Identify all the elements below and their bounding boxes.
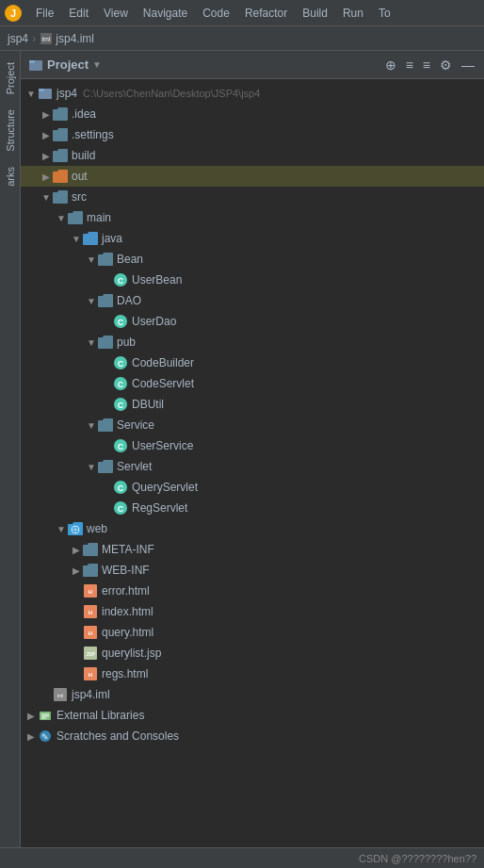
tree-node-querylist.jsp[interactable]: JSPquerylist.jsp	[21, 643, 484, 663]
class-icon: C	[113, 355, 128, 370]
breadcrumb-iml[interactable]: iml jsp4.iml	[40, 32, 94, 45]
tree-label-pub: pub	[117, 336, 136, 349]
tree-node-DAO[interactable]: DAO	[21, 290, 484, 311]
tree-node-jsp4[interactable]: jsp4C:\Users\ChenNan\Desktop\JSP4\jsp4	[21, 83, 484, 104]
panel-settings-button[interactable]: ⚙	[438, 56, 454, 74]
panel-dropdown-arrow[interactable]: ▼	[92, 59, 102, 70]
tree-label-CodeBuilder: CodeBuilder	[132, 356, 194, 369]
html-icon: H	[83, 666, 98, 681]
menu-to[interactable]: To	[371, 5, 398, 22]
tree-arrow-Service[interactable]	[85, 420, 98, 431]
tree-node-DBUtil[interactable]: CDBUtil	[21, 394, 484, 415]
sidetab-arks[interactable]: arks	[2, 159, 19, 194]
tree-arrow-pub[interactable]	[85, 337, 98, 348]
tree-node-out[interactable]: out	[21, 166, 484, 187]
menu-edit[interactable]: Edit	[61, 5, 96, 22]
tree-node-ExternalLibraries[interactable]: External Libraries	[21, 705, 484, 726]
tree-node-jsp4.iml[interactable]: imljsp4.iml	[21, 684, 484, 705]
tree-arrow-settings[interactable]	[40, 130, 53, 140]
tree-arrow-DAO[interactable]	[85, 296, 98, 306]
tree-node-pub[interactable]: pub	[21, 332, 484, 352]
folder-icon	[98, 293, 113, 308]
class-icon: C	[113, 500, 128, 516]
tree-arrow-Servlet[interactable]	[85, 462, 98, 472]
menu-run[interactable]: Run	[335, 5, 371, 22]
project-panel: Project ▼ ⊕ ≡ ≡ ⚙ — jsp4C:\Users\ChenNan…	[21, 51, 484, 847]
svg-text:C: C	[118, 504, 124, 514]
tree-node-main[interactable]: main	[21, 207, 484, 228]
svg-rect-7	[39, 89, 44, 91]
panel-expand-button[interactable]: ≡	[421, 56, 432, 74]
tree-arrow-out[interactable]	[40, 172, 53, 182]
tree-node-regs.html[interactable]: Hregs.html	[21, 663, 484, 684]
menu-file[interactable]: File	[28, 5, 61, 22]
tree-arrow-jsp4[interactable]	[24, 89, 38, 99]
tree-node-query.html[interactable]: Hquery.html	[21, 622, 484, 643]
tree-node-UserService[interactable]: CUserService	[21, 435, 484, 456]
folder-java-icon	[83, 231, 98, 246]
tree-arrow-WEB-INF[interactable]	[70, 565, 83, 576]
tree-label-UserBean: UserBean	[132, 273, 182, 287]
breadcrumb-jsp4[interactable]: jsp4	[8, 32, 28, 45]
panel-close-button[interactable]: —	[460, 56, 476, 74]
tree-label-regs.html: regs.html	[102, 667, 148, 680]
tree-node-settings[interactable]: .settings	[21, 124, 484, 145]
svg-text:H: H	[89, 589, 92, 595]
panel-add-button[interactable]: ⊕	[383, 56, 398, 74]
tree-node-build[interactable]: build	[21, 145, 484, 166]
tree-arrow-src[interactable]	[40, 192, 53, 203]
tree-node-UserDao[interactable]: CUserDao	[21, 311, 484, 332]
folder-web-icon	[68, 521, 83, 536]
sidetab-project[interactable]: Project	[2, 55, 19, 102]
tree-label-web: web	[87, 522, 107, 535]
svg-text:C: C	[118, 276, 124, 286]
tree-node-Bean[interactable]: Bean	[21, 249, 484, 270]
panel-scroll-button[interactable]: ≡	[404, 56, 415, 74]
tree-label-main: main	[87, 211, 111, 224]
tree-arrow-web[interactable]	[55, 524, 68, 534]
tree-arrow-main[interactable]	[55, 213, 68, 223]
folder-icon	[83, 542, 98, 557]
scratch-icon: ✎	[38, 729, 53, 744]
tree-arrow-idea[interactable]	[40, 109, 53, 120]
menu-navigate[interactable]: Navigate	[136, 5, 195, 22]
tree-node-java[interactable]: java	[21, 228, 484, 249]
tree-node-web[interactable]: web	[21, 518, 484, 539]
tree-node-Service[interactable]: Service	[21, 415, 484, 435]
svg-text:H: H	[89, 610, 92, 615]
tree-node-Servlet[interactable]: Servlet	[21, 456, 484, 477]
sidetab-structure[interactable]: Structure	[2, 102, 19, 159]
tree-node-index.html[interactable]: Hindex.html	[21, 601, 484, 622]
tree-arrow-ExternalLibraries[interactable]	[24, 711, 38, 721]
menu-build[interactable]: Build	[295, 5, 335, 22]
tree-node-UserBean[interactable]: CUserBean	[21, 270, 484, 290]
folder-icon	[53, 148, 68, 163]
project-panel-icon	[28, 57, 43, 73]
menu-refactor[interactable]: Refactor	[237, 5, 295, 22]
tree-node-error.html[interactable]: Herror.html	[21, 581, 484, 601]
menu-code[interactable]: Code	[195, 5, 237, 22]
tree-arrow-build[interactable]	[40, 151, 53, 161]
jsp-icon: JSP	[83, 646, 98, 661]
tree-node-WEB-INF[interactable]: WEB-INF	[21, 560, 484, 581]
tree-node-idea[interactable]: .idea	[21, 104, 484, 124]
tree-node-ScratchesConsoles[interactable]: ✎Scratches and Consoles	[21, 726, 484, 746]
tree-arrow-ScratchesConsoles[interactable]	[24, 731, 38, 742]
tree-arrow-java[interactable]	[70, 234, 83, 244]
tree-label-QueryServlet: QueryServlet	[132, 481, 198, 494]
folder-icon	[68, 210, 83, 225]
folder-icon	[98, 335, 113, 350]
tree-label-error.html: error.html	[102, 584, 150, 598]
menu-view[interactable]: View	[96, 5, 136, 22]
html-icon: H	[83, 583, 98, 598]
tree-arrow-META-INF[interactable]	[70, 545, 83, 555]
tree-arrow-Bean[interactable]	[85, 254, 98, 265]
tree-node-QueryServlet[interactable]: CQueryServlet	[21, 477, 484, 498]
tree-node-CodeServlet[interactable]: CCodeServlet	[21, 373, 484, 394]
tree-node-src[interactable]: src	[21, 187, 484, 207]
tree-node-META-INF[interactable]: META-INF	[21, 539, 484, 560]
tree-node-RegServlet[interactable]: CRegServlet	[21, 498, 484, 518]
tree-node-CodeBuilder[interactable]: CCodeBuilder	[21, 352, 484, 373]
status-text: CSDN @????????hen??	[359, 853, 476, 864]
tree-container[interactable]: jsp4C:\Users\ChenNan\Desktop\JSP4\jsp4.i…	[21, 79, 484, 847]
